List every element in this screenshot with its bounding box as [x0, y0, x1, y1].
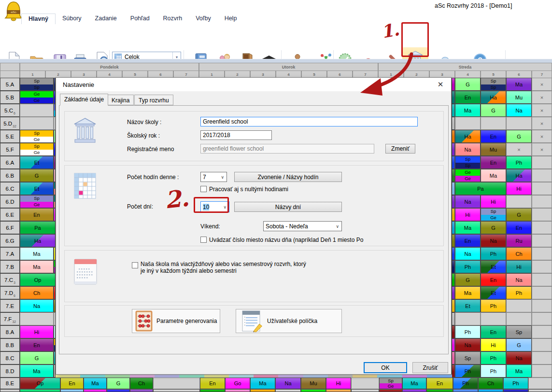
row-header[interactable]: 8.B	[0, 338, 20, 351]
lesson-cell[interactable]: Ma	[402, 378, 426, 389]
empty-cell[interactable]	[528, 378, 552, 389]
menu-hlavny[interactable]: Hlavný	[21, 14, 56, 24]
row-header[interactable]: 6.A	[0, 156, 20, 169]
lesson-cell[interactable]: Na	[455, 338, 481, 351]
lesson-cell[interactable]: Go	[225, 378, 250, 389]
lesson-cell[interactable]: Hi	[481, 195, 506, 208]
multiweek-checkbox-label-line1[interactable]: Naša škola má viactýždňový alebo viac se…	[141, 261, 306, 267]
row-header[interactable]: 7.C3	[0, 273, 20, 286]
empty-cell[interactable]	[351, 378, 379, 389]
lesson-cell[interactable]: G	[506, 208, 532, 221]
lesson-cell[interactable]: ×	[532, 104, 552, 117]
empty-cell[interactable]	[532, 182, 552, 195]
lesson-cell[interactable]: Ha	[506, 169, 532, 182]
lesson-cell[interactable]: En	[20, 338, 54, 351]
menu-rozvrh[interactable]: Rozvrh	[156, 14, 189, 24]
row-header[interactable]: 6.F	[0, 221, 20, 234]
empty-cell[interactable]	[532, 273, 552, 286]
lesson-cell[interactable]: Na	[455, 195, 481, 208]
lesson-cell[interactable]: Ph	[481, 299, 506, 312]
empty-cell[interactable]	[532, 260, 552, 273]
empty-cell[interactable]	[532, 312, 552, 325]
empty-cell[interactable]	[532, 299, 552, 312]
row-header[interactable]: 7.F32	[0, 312, 20, 325]
lesson-cell[interactable]: Ma	[506, 78, 532, 91]
empty-cell[interactable]	[532, 208, 552, 221]
lesson-cell[interactable]: Ph	[506, 286, 532, 299]
menu-help[interactable]: Help	[218, 14, 244, 24]
lesson-cell[interactable]: Ma	[20, 247, 54, 260]
row-header[interactable]: 6.B	[0, 169, 20, 182]
row-header[interactable]: 8.E	[0, 378, 20, 389]
change-button[interactable]: Zmeniť	[385, 144, 415, 154]
lesson-cell[interactable]: Ph	[453, 378, 478, 389]
row-header[interactable]: 6.D	[0, 195, 20, 208]
lesson-cell[interactable]: GeGe	[455, 169, 481, 182]
tab-krajina[interactable]: Krajina	[107, 95, 134, 105]
lesson-cell[interactable]: Op	[20, 378, 60, 389]
row-header[interactable]: 7.A	[0, 247, 20, 260]
bells-button[interactable]: Zvonenie / Názvy hodín	[234, 172, 342, 182]
lesson-cell[interactable]: En	[200, 378, 225, 389]
lesson-cell[interactable]: Ph	[503, 378, 528, 389]
lesson-cell[interactable]: Na	[506, 351, 532, 364]
lesson-cell[interactable]: Mu	[301, 378, 326, 389]
ok-button[interactable]: OK	[364, 362, 407, 373]
lesson-cell[interactable]: Sp	[455, 351, 481, 364]
row-header[interactable]: 8.D	[0, 364, 20, 378]
lesson-cell[interactable]: Ph	[455, 364, 481, 378]
lesson-cell[interactable]: Ch	[506, 247, 532, 260]
lesson-cell[interactable]: En	[455, 91, 481, 104]
empty-cell[interactable]	[532, 325, 552, 338]
row-header[interactable]: 7.B	[0, 260, 20, 273]
lesson-cell[interactable]: Ph	[481, 351, 506, 364]
empty-cell[interactable]	[532, 234, 552, 247]
empty-cell[interactable]	[532, 286, 552, 299]
lesson-cell[interactable]: SpGe	[20, 130, 54, 143]
empty-cell[interactable]	[532, 169, 552, 182]
zero-periods-checkbox-label[interactable]: Pracovať aj s nultými hodinami	[209, 186, 288, 193]
empty-cell[interactable]	[532, 195, 552, 208]
periods-per-day-combo[interactable]: 7 ∨	[200, 172, 227, 182]
lesson-cell[interactable]: Ma	[250, 378, 275, 389]
lesson-cell[interactable]: En	[20, 208, 54, 221]
lesson-cell[interactable]: Ma	[20, 260, 54, 273]
empty-cell[interactable]	[532, 247, 552, 260]
row-header[interactable]: 5.B	[0, 91, 20, 104]
lesson-cell[interactable]: Ph	[455, 260, 481, 273]
lesson-cell[interactable]: GeGe	[20, 91, 54, 104]
empty-cell[interactable]	[20, 117, 54, 130]
lesson-cell[interactable]: Na	[455, 247, 481, 260]
lesson-cell[interactable]: En	[481, 325, 506, 338]
lesson-cell[interactable]: SpSp	[481, 78, 506, 91]
lesson-cell[interactable]: En	[60, 378, 84, 389]
lesson-cell[interactable]: Ha	[20, 234, 56, 247]
lesson-cell[interactable]: G	[107, 378, 130, 389]
school-name-input[interactable]	[200, 117, 418, 126]
lesson-cell[interactable]: Ph	[481, 364, 506, 378]
lesson-cell[interactable]: SpGe	[481, 208, 506, 221]
empty-cell[interactable]	[455, 312, 481, 325]
lesson-cell[interactable]: Et	[481, 260, 506, 273]
weekend-combo[interactable]: Sobota - Nedeľa ∨	[263, 221, 342, 231]
lesson-cell[interactable]: G	[481, 221, 506, 234]
menu-volby[interactable]: Voľby	[189, 14, 217, 24]
lesson-cell[interactable]: Hi	[481, 338, 506, 351]
menu-pohlad[interactable]: Pohľad	[124, 14, 156, 24]
row-header[interactable]: 5.C6	[0, 104, 20, 117]
lesson-cell[interactable]: Ph	[506, 156, 532, 169]
lesson-cell[interactable]: ×	[532, 130, 552, 143]
lesson-cell[interactable]: En	[481, 156, 506, 169]
menu-zadanie[interactable]: Zadanie	[88, 14, 124, 24]
lesson-cell[interactable]: ×	[532, 117, 552, 130]
lesson-cell[interactable]: Et	[455, 299, 481, 312]
cancel-button[interactable]: Zrušiť	[412, 362, 448, 373]
lesson-cell[interactable]: Ma	[84, 378, 107, 389]
multiweek-checkbox-label-line2[interactable]: je iný v každom týždni alebo semestri	[141, 267, 237, 274]
lesson-cell[interactable]: G	[455, 273, 481, 286]
row-header[interactable]: 8.C	[0, 351, 20, 364]
empty-cell[interactable]	[506, 117, 532, 130]
lesson-cell[interactable]: Ph	[455, 325, 481, 338]
menu-subory[interactable]: Súbory	[56, 14, 88, 24]
empty-cell[interactable]	[153, 378, 200, 389]
